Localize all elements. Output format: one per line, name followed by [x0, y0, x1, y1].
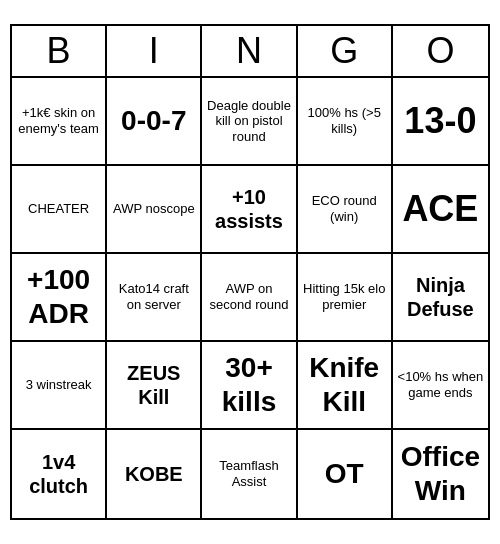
header-o: O — [393, 26, 488, 76]
bingo-cell-1[interactable]: 0-0-7 — [107, 78, 202, 166]
bingo-cell-13[interactable]: Hitting 15k elo premier — [298, 254, 393, 342]
bingo-cell-23[interactable]: OT — [298, 430, 393, 518]
bingo-cell-20[interactable]: 1v4 clutch — [12, 430, 107, 518]
header-b: B — [12, 26, 107, 76]
bingo-cell-9[interactable]: ACE — [393, 166, 488, 254]
bingo-cell-16[interactable]: ZEUS Kill — [107, 342, 202, 430]
bingo-cell-6[interactable]: AWP noscope — [107, 166, 202, 254]
header-g: G — [298, 26, 393, 76]
bingo-cell-17[interactable]: 30+ kills — [202, 342, 297, 430]
bingo-cell-15[interactable]: 3 winstreak — [12, 342, 107, 430]
bingo-cell-2[interactable]: Deagle double kill on pistol round — [202, 78, 297, 166]
bingo-cell-22[interactable]: Teamflash Assist — [202, 430, 297, 518]
bingo-card: B I N G O +1k€ skin on enemy's team0-0-7… — [10, 24, 490, 520]
header-n: N — [202, 26, 297, 76]
bingo-header: B I N G O — [12, 26, 488, 78]
bingo-grid: +1k€ skin on enemy's team0-0-7Deagle dou… — [12, 78, 488, 518]
bingo-cell-3[interactable]: 100% hs (>5 kills) — [298, 78, 393, 166]
bingo-cell-7[interactable]: +10 assists — [202, 166, 297, 254]
bingo-cell-18[interactable]: Knife Kill — [298, 342, 393, 430]
bingo-cell-11[interactable]: Kato14 craft on server — [107, 254, 202, 342]
bingo-cell-24[interactable]: Office Win — [393, 430, 488, 518]
bingo-cell-21[interactable]: KOBE — [107, 430, 202, 518]
bingo-cell-8[interactable]: ECO round (win) — [298, 166, 393, 254]
bingo-cell-19[interactable]: <10% hs when game ends — [393, 342, 488, 430]
bingo-cell-10[interactable]: +100 ADR — [12, 254, 107, 342]
bingo-cell-0[interactable]: +1k€ skin on enemy's team — [12, 78, 107, 166]
bingo-cell-12[interactable]: AWP on second round — [202, 254, 297, 342]
bingo-cell-4[interactable]: 13-0 — [393, 78, 488, 166]
bingo-cell-14[interactable]: Ninja Defuse — [393, 254, 488, 342]
header-i: I — [107, 26, 202, 76]
bingo-cell-5[interactable]: CHEATER — [12, 166, 107, 254]
